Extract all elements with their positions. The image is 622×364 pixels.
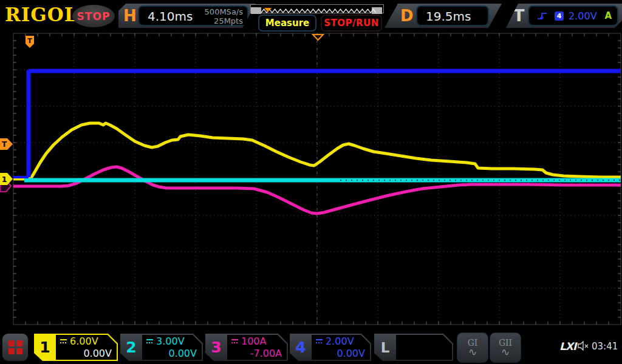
logic-analyzer-widget[interactable]: L 0 1 2 3 4 5 6 7 8 9 1011 12131415 [374,334,453,361]
logic-box: 0 1 2 3 4 5 6 7 8 9 1011 12131415 [396,335,452,360]
channel-4-offset: 0.00V [337,348,365,359]
channel-4-widget[interactable]: 4 2.00V 0.00V [290,334,371,361]
channel-3-offset: -7.00A [250,348,282,359]
trigger-position-marker[interactable] [313,35,323,40]
menu-button[interactable] [2,334,28,361]
channel-4-number: 4 [290,334,312,361]
lxi-badge: LXI [559,340,576,352]
dc-coupling-icon [146,339,154,344]
channel-2-offset: 0.00V [168,348,197,359]
svg-text:1: 1 [1,175,7,184]
sine-wave-icon: ∿ [501,347,510,357]
channel-1-widget[interactable]: 1 6.00V 0.00V [34,334,118,361]
svg-text:T: T [2,140,7,149]
channel-2-widget[interactable]: 2 3.00V 0.00V [120,334,203,361]
dc-coupling-icon [60,339,67,344]
generator-2-button[interactable]: GII ∿ [490,332,521,363]
channel-1-number: 1 [34,334,56,361]
channel-3-box: 100A -7.00A [227,335,287,360]
channel-2-number: 2 [120,334,142,361]
menu-grid-icon [9,340,22,354]
channel-2-box: 3.00V 0.00V [142,335,202,360]
channel-3-scale: 100A [241,335,266,347]
channel-1-scale: 6.00V [70,335,98,347]
channel-3-widget[interactable]: 3 100A -7.00A [205,334,288,361]
channel-1-box: 6.00V 0.00V [56,335,117,360]
svg-text:T: T [27,37,32,45]
channel-1-offset: 0.00V [83,348,112,359]
scope-plot[interactable]: TT1 [0,0,622,364]
dc-coupling-icon [231,339,239,344]
channel-4-scale: 2.00V [326,335,354,347]
trace-ch4-blue [29,71,621,177]
generator-1-button[interactable]: GI ∿ [457,332,488,363]
sine-wave-icon: ∿ [468,347,477,357]
speaker-muted-icon [577,341,589,351]
channel-4-box: 2.00V 0.00V [312,335,370,360]
logic-label: L [374,334,396,361]
dc-coupling-icon [315,339,323,344]
channel-3-number: 3 [205,334,227,361]
channel-2-scale: 3.00V [156,335,185,347]
clock: 03:41 [592,341,618,352]
